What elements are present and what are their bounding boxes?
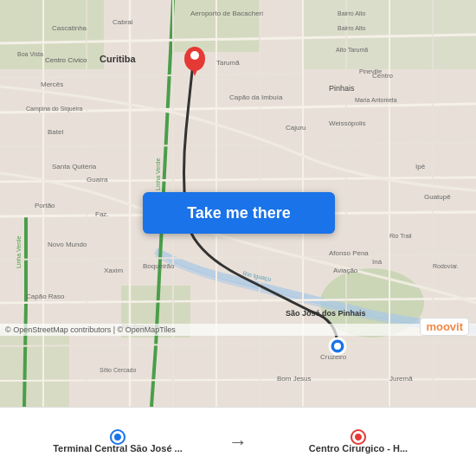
route-arrow-icon: → xyxy=(225,431,251,453)
svg-text:Capão Raso: Capão Raso xyxy=(26,293,65,300)
svg-text:Linha Verde: Linha Verde xyxy=(155,158,161,190)
moovit-label: moovit xyxy=(426,320,463,333)
svg-text:Rodovíar.: Rodovíar. xyxy=(433,263,459,269)
svg-text:Boqueirão: Boqueirão xyxy=(143,262,175,270)
map-container: Cascatinha Cabral Aeroporto de Bacacheri… xyxy=(0,0,476,407)
svg-text:Sítio Cercado: Sítio Cercado xyxy=(100,367,137,373)
svg-text:Iná: Iná xyxy=(372,258,383,266)
moovit-logo: moovit xyxy=(420,318,469,336)
svg-text:Campina do Siqueira: Campina do Siqueira xyxy=(26,106,82,113)
bottom-bar: Terminal Central São José ... → Centro C… xyxy=(0,407,476,476)
svg-point-75 xyxy=(334,343,341,350)
svg-text:Cascatinha: Cascatinha xyxy=(52,24,87,32)
svg-text:Portão: Portão xyxy=(35,202,55,209)
origin-label: Terminal Central São José ... xyxy=(53,443,183,453)
svg-text:Guaíra: Guaíra xyxy=(87,176,108,183)
destination-label: Centro Cirurgico - H... xyxy=(309,443,408,453)
svg-text:Batel: Batel xyxy=(48,128,63,136)
svg-text:Afonso Pena: Afonso Pena xyxy=(329,249,369,257)
svg-text:Boa Vista: Boa Vista xyxy=(17,51,43,57)
map-attribution: © OpenStreetMap contributors | © OpenMap… xyxy=(0,324,476,336)
svg-text:Aeroporto de Bacacheri: Aeroporto de Bacacheri xyxy=(190,10,263,17)
svg-text:Mercês: Mercês xyxy=(41,80,63,88)
attribution-text: © OpenStreetMap contributors | © OpenMap… xyxy=(5,325,176,334)
svg-text:Linha Verde: Linha Verde xyxy=(16,236,22,268)
svg-text:Ipê: Ipê xyxy=(415,163,426,170)
svg-text:Novo Mundo: Novo Mundo xyxy=(48,241,87,248)
svg-text:Bom Jesus: Bom Jesus xyxy=(277,375,312,383)
svg-text:Cabral: Cabral xyxy=(113,18,133,26)
origin-dot-icon xyxy=(112,431,124,443)
svg-point-72 xyxy=(190,51,199,60)
svg-text:São José dos Pinhais: São José dos Pinhais xyxy=(286,309,366,318)
svg-text:Aviação: Aviação xyxy=(333,267,358,274)
destination-dot-icon xyxy=(352,431,364,443)
svg-text:Maria Antonieta: Maria Antonieta xyxy=(355,97,397,103)
destination-endpoint: Centro Cirurgico - H... xyxy=(251,431,466,453)
svg-rect-6 xyxy=(0,329,69,407)
svg-text:Capão da Imbuía: Capão da Imbuía xyxy=(229,93,283,101)
svg-text:Centro: Centro xyxy=(372,72,394,80)
svg-text:Centro Cívico: Centro Cívico xyxy=(45,56,87,64)
svg-text:Guatupê: Guatupê xyxy=(424,193,451,201)
svg-text:Santa Quitéria: Santa Quitéria xyxy=(52,163,97,170)
svg-text:Rio Trail: Rio Trail xyxy=(389,233,412,239)
svg-text:Weissópolis: Weissópolis xyxy=(329,119,366,127)
svg-text:Xaxim: Xaxim xyxy=(104,267,124,274)
svg-text:Juremã: Juremã xyxy=(389,375,413,383)
svg-text:Alto Tarumã: Alto Tarumã xyxy=(336,47,368,53)
svg-text:Bairro Alto: Bairro Alto xyxy=(338,25,365,31)
svg-text:Cajuru: Cajuru xyxy=(286,124,306,132)
svg-text:Pinhais: Pinhais xyxy=(329,84,355,93)
svg-text:Curitiba: Curitiba xyxy=(100,54,136,64)
svg-text:Bairro Alto: Bairro Alto xyxy=(338,10,365,16)
svg-text:Tarumã: Tarumã xyxy=(216,59,240,67)
take-me-there-button[interactable]: Take me there xyxy=(143,192,335,234)
origin-endpoint: Terminal Central São José ... xyxy=(10,431,225,453)
svg-text:Faz.: Faz. xyxy=(95,210,109,218)
